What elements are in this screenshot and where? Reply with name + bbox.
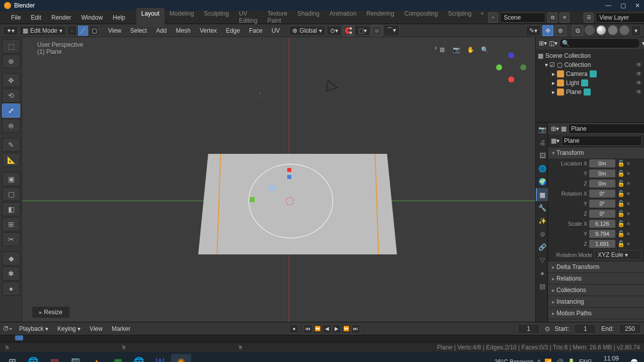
knife-tool[interactable]: ✂ (2, 232, 20, 246)
lock-icon[interactable]: 🔓 (617, 230, 625, 237)
editor-type-dropdown[interactable]: ✦▾ (3, 26, 18, 36)
next-keyframe-button[interactable]: ⏩ (342, 324, 351, 333)
taskbar-app-icon[interactable]: 💻 (65, 354, 86, 362)
tab-shading[interactable]: Shading (292, 8, 325, 27)
lock-icon[interactable]: 🔓 (617, 190, 625, 197)
prop-editor-dropdown[interactable]: ⊞▾ (551, 125, 559, 132)
uv-menu[interactable]: UV (268, 27, 284, 34)
start-frame-input[interactable] (574, 324, 596, 334)
prop-tab-constraints[interactable]: 🔗 (536, 240, 548, 253)
scene-new-button[interactable]: ⧉ (547, 13, 557, 23)
scene-browse-button[interactable]: 𝄐 (488, 13, 498, 23)
keyframe-dot[interactable] (627, 222, 630, 225)
snapping-toggle[interactable]: 🧲 (343, 25, 354, 36)
prop-tab-texture[interactable]: ▨ (536, 280, 548, 293)
location-y-input[interactable] (589, 169, 615, 177)
smooth-tool[interactable]: ● (2, 282, 20, 296)
prop-tab-material[interactable]: ● (536, 266, 548, 280)
visibility-toggle[interactable]: 👁 (636, 79, 642, 86)
prop-tab-mesh[interactable]: ▽ (536, 253, 548, 266)
inset-tool[interactable]: ▢ (2, 187, 20, 201)
visibility-toggle[interactable]: 👁 (636, 70, 642, 77)
extrude-tool[interactable]: ▣ (2, 172, 20, 186)
taskbar-blender-icon[interactable]: ◉ (171, 354, 191, 362)
lock-icon[interactable]: 🔓 (617, 220, 625, 227)
location-z-input[interactable] (589, 179, 615, 188)
overlays-toggle[interactable]: ⊚ (555, 25, 566, 36)
move-tool[interactable]: ✥ (2, 73, 20, 87)
keyframe-dot[interactable] (627, 182, 630, 185)
viewlayer-name-input[interactable] (596, 13, 644, 23)
tab-scripting[interactable]: Scripting (443, 8, 476, 27)
keyframe-dot[interactable] (627, 212, 630, 215)
tab-rendering[interactable]: Rendering (361, 8, 399, 27)
select-tool[interactable]: ⬚ (2, 39, 20, 53)
pivot-dropdown[interactable]: ⊙▾ (327, 26, 342, 36)
axis-nav-gizmo[interactable] (496, 52, 526, 82)
play-reverse-button[interactable]: ◀ (323, 324, 332, 333)
rotate-tool[interactable]: ⟲ (2, 88, 20, 103)
rotation-y-input[interactable] (589, 200, 615, 208)
axis-z-icon[interactable] (508, 52, 514, 58)
collections-panel[interactable]: Collections (548, 284, 644, 296)
jump-end-button[interactable]: ⏭ (351, 324, 360, 333)
tab-layout[interactable]: Layout (136, 8, 165, 27)
scale-tool[interactable]: ⤢ (2, 104, 20, 118)
current-frame-input[interactable] (518, 324, 540, 334)
keyframe-dot[interactable] (627, 242, 630, 245)
lock-icon[interactable]: 🔓 (617, 210, 625, 217)
scale-x-input[interactable] (589, 220, 615, 228)
nav-zoom-icon[interactable]: 🔍 (479, 44, 490, 55)
relations-panel[interactable]: Relations (548, 273, 644, 284)
keyframe-dot[interactable] (627, 192, 630, 195)
gizmo-x-handle[interactable] (250, 197, 255, 202)
object-name-input[interactable] (569, 124, 644, 134)
vertex-menu[interactable]: Vertex (196, 27, 221, 34)
keyframe-dot[interactable] (627, 232, 630, 235)
visibility-toggle[interactable]: 👁 (636, 88, 642, 96)
tab-uv-editing[interactable]: UV Editing (234, 8, 263, 27)
outliner-scene-collection[interactable]: ▦ Scene Collection (538, 51, 642, 60)
taskbar-vlc-icon[interactable]: ▲ (87, 354, 107, 362)
taskbar-chrome-icon[interactable]: 🌐 (129, 354, 149, 362)
edge-menu[interactable]: Edge (222, 27, 244, 34)
scene-delete-button[interactable]: ✕ (559, 13, 570, 23)
lock-icon[interactable]: 🔓 (617, 240, 625, 247)
minimize-button[interactable]: — (605, 2, 611, 9)
select-edge-button[interactable]: ／ (78, 26, 88, 36)
prop-tab-object[interactable]: ▦ (536, 188, 548, 201)
taskbar-word-icon[interactable]: W (150, 354, 170, 362)
taskbar-edge-icon[interactable]: 🌐 (23, 354, 43, 362)
prop-tab-physics[interactable]: ⊚ (536, 227, 548, 240)
close-button[interactable]: ✕ (635, 2, 640, 9)
light-icon[interactable]: · (255, 87, 266, 99)
rotation-x-input[interactable] (589, 190, 615, 198)
menu-edit[interactable]: Edit (26, 14, 46, 21)
tray-clock[interactable]: 11:09 11/02/2023 (596, 355, 626, 362)
play-button[interactable]: ▶ (332, 324, 341, 333)
outliner-item-plane[interactable]: ▸ Plane 👁 (538, 87, 642, 97)
outliner-filter-button[interactable]: ▾ (642, 39, 644, 48)
prop-tab-particles[interactable]: ✨ (536, 214, 548, 227)
tab-texture-paint[interactable]: Texture Paint (263, 8, 292, 27)
transform-panel-head[interactable]: Transform (548, 147, 644, 158)
lock-icon[interactable]: 🔓 (617, 200, 625, 207)
scale-y-input[interactable] (589, 230, 615, 238)
tray-network-icon[interactable]: 📶 (544, 358, 552, 362)
shading-wireframe[interactable] (585, 25, 595, 35)
outliner-search-input[interactable] (559, 38, 640, 48)
shading-solid[interactable] (596, 25, 606, 35)
outliner-display-dropdown[interactable]: ◫▾ (549, 40, 557, 47)
menu-help[interactable]: Help (108, 14, 130, 21)
bevel-tool[interactable]: ◧ (2, 202, 20, 216)
prop-tab-modifiers[interactable]: 🔧 (536, 201, 548, 214)
tray-notifications-icon[interactable]: 💬 (630, 358, 638, 362)
outliner-collection[interactable]: ▾ ☑ ▢ Collection👁 (538, 60, 642, 69)
annotate-tool[interactable]: ✎ (2, 138, 20, 152)
menu-render[interactable]: Render (46, 14, 76, 21)
face-menu[interactable]: Face (245, 27, 267, 34)
location-x-input[interactable] (589, 159, 615, 167)
xray-toggle[interactable]: ⧉ (572, 25, 583, 36)
jump-start-button[interactable]: ⏮ (303, 324, 312, 333)
timeline-track[interactable] (0, 335, 644, 342)
